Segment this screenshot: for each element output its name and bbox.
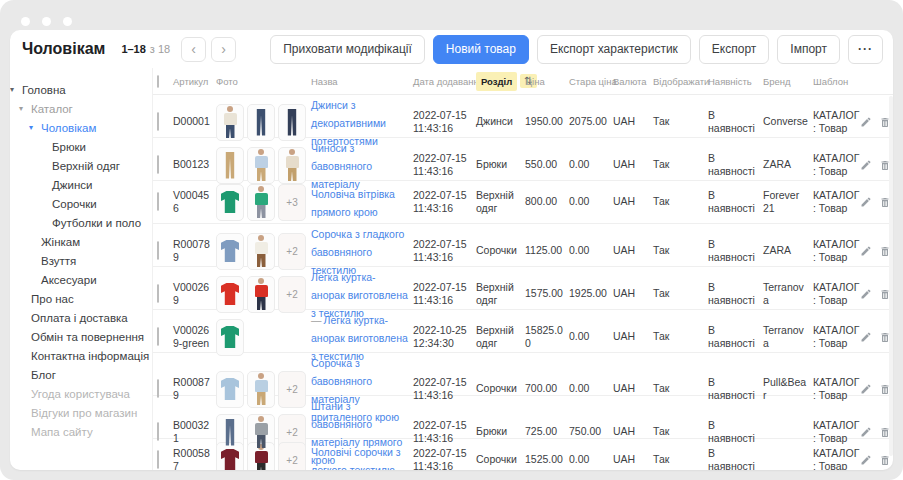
date-added: 2022-10-25 <box>413 324 471 337</box>
import-button[interactable]: Імпорт <box>777 35 840 64</box>
edit-button[interactable] <box>860 288 872 300</box>
pencil-icon <box>860 288 872 300</box>
garment-graphic <box>221 449 239 470</box>
sku-cell: D00001 <box>173 115 216 128</box>
sidebar-item-sitemap[interactable]: Мапа сайту <box>10 422 152 441</box>
pencil-icon <box>860 454 872 466</box>
window-dot-icon[interactable] <box>42 17 51 26</box>
product-photo[interactable] <box>247 147 275 184</box>
edit-button[interactable] <box>860 159 872 171</box>
sidebar-item-accessories[interactable]: Аксесуари <box>10 270 152 289</box>
edit-button[interactable] <box>860 383 872 395</box>
sidebar-item-about-us[interactable]: Про нас <box>10 289 152 308</box>
sidebar-item-trousers[interactable]: Брюки <box>10 137 152 156</box>
row-checkbox[interactable] <box>157 450 159 469</box>
sidebar-item-women[interactable]: Жінкам <box>10 232 152 251</box>
row-checkbox[interactable] <box>157 422 159 441</box>
more-photos-badge[interactable]: +2 <box>278 371 306 408</box>
edit-button[interactable] <box>860 116 872 128</box>
column-header-label[interactable]: Розділ <box>476 72 517 91</box>
edit-button[interactable] <box>860 196 872 208</box>
sidebar-item-shirts[interactable]: Сорочки <box>10 194 152 213</box>
sidebar-item-men[interactable]: ▾Чоловікам <box>10 118 152 137</box>
sidebar-item-catalog[interactable]: ▾Каталог <box>10 99 152 118</box>
next-page-button[interactable]: › <box>211 37 236 62</box>
pencil-icon <box>860 196 872 208</box>
sidebar-item-blog[interactable]: Блог <box>10 365 152 384</box>
window-dot-icon[interactable] <box>63 17 72 26</box>
column-header: Дата додавання <box>413 76 476 87</box>
product-link[interactable]: Чиноси з бавовняного матеріалу <box>311 142 372 190</box>
row-checkbox[interactable] <box>157 112 159 131</box>
availability-cell: В наявності <box>708 152 763 178</box>
more-photos-badge[interactable]: +2 <box>278 233 306 270</box>
window-dot-icon[interactable] <box>21 17 30 26</box>
sidebar-item-home[interactable]: ▾Головна <box>10 80 152 99</box>
product-photo[interactable] <box>216 104 244 141</box>
product-photo[interactable] <box>216 276 244 313</box>
select-all-checkbox[interactable] <box>157 75 159 88</box>
product-photo[interactable] <box>216 233 244 270</box>
sidebar-item-outerwear[interactable]: Верхній одяг <box>10 156 152 175</box>
sidebar-item-store-reviews[interactable]: Відгуки про магазин <box>10 403 152 422</box>
sidebar-item-exchange-returns[interactable]: Обмін та повернення <box>10 327 152 346</box>
row-checkbox[interactable] <box>157 379 159 398</box>
scrollbar[interactable] <box>889 96 893 456</box>
row-checkbox[interactable] <box>157 241 159 260</box>
pagination: 1–18 з 18 ‹ › <box>121 37 236 62</box>
product-link[interactable]: Чоловічі сорочки з легкого текстилю <box>311 446 401 470</box>
export-button[interactable]: Експорт <box>699 35 769 64</box>
export-characteristics-button[interactable]: Експорт характеристик <box>537 35 691 64</box>
pencil-icon <box>860 331 872 343</box>
more-photos-badge[interactable]: +2 <box>278 442 306 471</box>
row-checkbox[interactable] <box>157 284 159 303</box>
sidebar-item-user-agreement[interactable]: Угода користувача <box>10 384 152 403</box>
product-photo[interactable] <box>216 319 244 356</box>
product-photo[interactable] <box>247 442 275 471</box>
sidebar-item-payment-delivery[interactable]: Оплата і доставка <box>10 308 152 327</box>
product-photo[interactable] <box>247 184 275 221</box>
sidebar-item-jeans[interactable]: Джинси <box>10 175 152 194</box>
product-photo[interactable] <box>278 104 306 141</box>
product-photo[interactable] <box>247 371 275 408</box>
sidebar-item-tshirts-polo[interactable]: Футболки и поло <box>10 213 152 232</box>
column-header: Стара ціна <box>569 76 613 87</box>
sidebar-item-contact-info[interactable]: Контактна інформація <box>10 346 152 365</box>
more-photos-badge[interactable]: +2 <box>278 276 306 313</box>
more-photos-badge[interactable]: +3 <box>278 184 306 221</box>
chevron-down-icon[interactable]: ▾ <box>19 104 31 113</box>
page-title: Чоловікам <box>22 40 105 58</box>
sidebar-item-footwear[interactable]: Взуття <box>10 251 152 270</box>
products-table: АртикулФотоНазваДата додаванняРозділ⇅Цін… <box>152 68 893 470</box>
edit-button[interactable] <box>860 245 872 257</box>
row-checkbox[interactable] <box>157 192 159 211</box>
row-checkbox-cell <box>153 156 173 174</box>
more-actions-button[interactable]: ··· <box>848 35 883 64</box>
prev-page-button[interactable]: ‹ <box>181 37 206 62</box>
edit-button[interactable] <box>860 454 872 466</box>
product-photo[interactable] <box>216 371 244 408</box>
time-added: 11:43:16 <box>413 202 471 215</box>
product-photo[interactable] <box>216 184 244 221</box>
new-product-button[interactable]: Новий товар <box>433 35 529 64</box>
chevron-down-icon[interactable]: ▾ <box>29 123 41 132</box>
product-photo[interactable] <box>216 442 244 471</box>
section-cell: Сорочки <box>476 244 525 257</box>
edit-button[interactable] <box>860 426 872 438</box>
product-photo[interactable] <box>247 233 275 270</box>
product-link[interactable]: Чоловіча вітрівка прямого крою <box>311 188 395 218</box>
variant-dash: — <box>311 314 322 326</box>
header-checkbox-cell <box>153 76 173 87</box>
row-checkbox[interactable] <box>157 155 159 174</box>
product-photo[interactable] <box>247 276 275 313</box>
product-photo[interactable] <box>278 147 306 184</box>
price-cell: 1950.00 <box>525 115 569 128</box>
product-photo[interactable] <box>247 104 275 141</box>
table-header-row: АртикулФотоНазваДата додаванняРозділ⇅Цін… <box>153 68 893 95</box>
product-photo[interactable] <box>216 147 244 184</box>
row-checkbox[interactable] <box>157 327 159 346</box>
hide-modifications-button[interactable]: Приховати модифікації <box>270 35 425 64</box>
chevron-down-icon[interactable]: ▾ <box>10 85 22 94</box>
edit-button[interactable] <box>860 331 872 343</box>
pants-graphic <box>224 152 236 179</box>
